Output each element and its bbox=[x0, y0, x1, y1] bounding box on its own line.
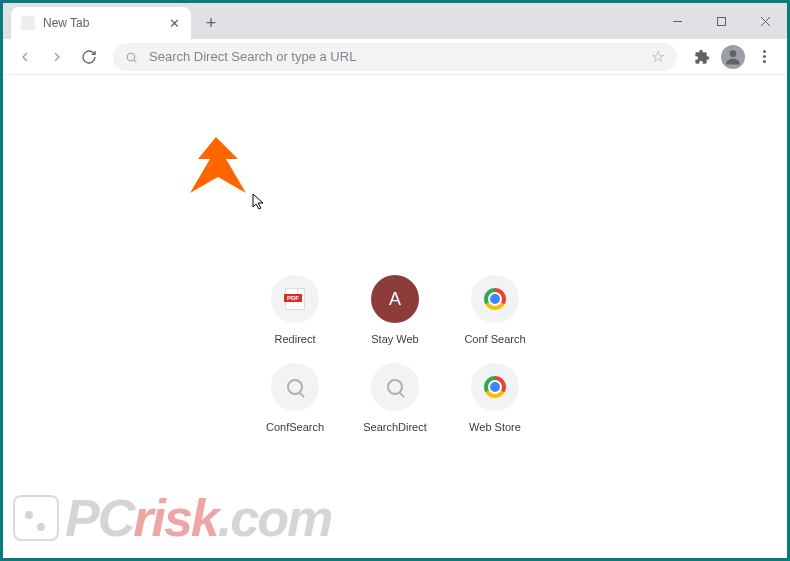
shortcut-label: Web Store bbox=[469, 421, 521, 433]
shortcut-confsearch[interactable]: ConfSearch bbox=[250, 363, 340, 433]
letter-icon: A bbox=[371, 275, 419, 323]
shortcut-searchdirect[interactable]: SearchDirect bbox=[350, 363, 440, 433]
close-window-button[interactable] bbox=[743, 6, 787, 36]
mouse-cursor-icon bbox=[252, 193, 266, 211]
svg-point-6 bbox=[730, 50, 737, 57]
new-tab-page: Redirect A Stay Web Conf Search ConfSear… bbox=[3, 75, 787, 558]
bookmark-star-icon[interactable]: ☆ bbox=[651, 47, 665, 66]
back-button[interactable] bbox=[11, 43, 39, 71]
shortcut-label: Stay Web bbox=[371, 333, 419, 345]
shortcut-label: Conf Search bbox=[464, 333, 525, 345]
svg-marker-8 bbox=[253, 194, 263, 209]
svg-line-5 bbox=[134, 59, 136, 61]
svg-marker-7 bbox=[190, 137, 246, 193]
close-tab-icon[interactable]: ✕ bbox=[167, 16, 181, 30]
pdf-icon bbox=[271, 275, 319, 323]
annotation-arrow-icon bbox=[178, 133, 258, 203]
tab-favicon bbox=[21, 16, 35, 30]
window-controls bbox=[655, 3, 787, 39]
toolbar-right bbox=[687, 45, 779, 69]
new-tab-button[interactable]: + bbox=[197, 9, 225, 37]
shortcut-web-store[interactable]: Web Store bbox=[450, 363, 540, 433]
magnifier-icon bbox=[371, 363, 419, 411]
address-input[interactable] bbox=[149, 49, 643, 64]
extensions-icon[interactable] bbox=[693, 48, 711, 66]
shortcut-label: SearchDirect bbox=[363, 421, 427, 433]
shortcut-conf-search[interactable]: Conf Search bbox=[450, 275, 540, 345]
chrome-icon bbox=[471, 275, 519, 323]
shortcut-label: ConfSearch bbox=[266, 421, 324, 433]
shortcut-stay-web[interactable]: A Stay Web bbox=[350, 275, 440, 345]
watermark-text: PCrisk.com bbox=[65, 488, 331, 548]
svg-point-4 bbox=[127, 53, 135, 61]
toolbar: ☆ bbox=[3, 39, 787, 75]
reload-button[interactable] bbox=[75, 43, 103, 71]
magnifier-icon bbox=[271, 363, 319, 411]
chrome-icon bbox=[471, 363, 519, 411]
maximize-button[interactable] bbox=[699, 6, 743, 36]
shortcut-grid: Redirect A Stay Web Conf Search ConfSear… bbox=[250, 275, 540, 433]
watermark: PCrisk.com bbox=[13, 488, 331, 548]
forward-button[interactable] bbox=[43, 43, 71, 71]
minimize-button[interactable] bbox=[655, 6, 699, 36]
shortcut-label: Redirect bbox=[275, 333, 316, 345]
watermark-logo-icon bbox=[13, 495, 59, 541]
tab-title: New Tab bbox=[43, 16, 89, 30]
omnibox[interactable]: ☆ bbox=[113, 43, 677, 71]
shortcut-redirect[interactable]: Redirect bbox=[250, 275, 340, 345]
profile-avatar[interactable] bbox=[721, 45, 745, 69]
search-icon bbox=[125, 50, 139, 64]
browser-tab[interactable]: New Tab ✕ bbox=[11, 7, 191, 39]
menu-icon[interactable] bbox=[755, 48, 773, 66]
svg-rect-1 bbox=[717, 17, 725, 25]
